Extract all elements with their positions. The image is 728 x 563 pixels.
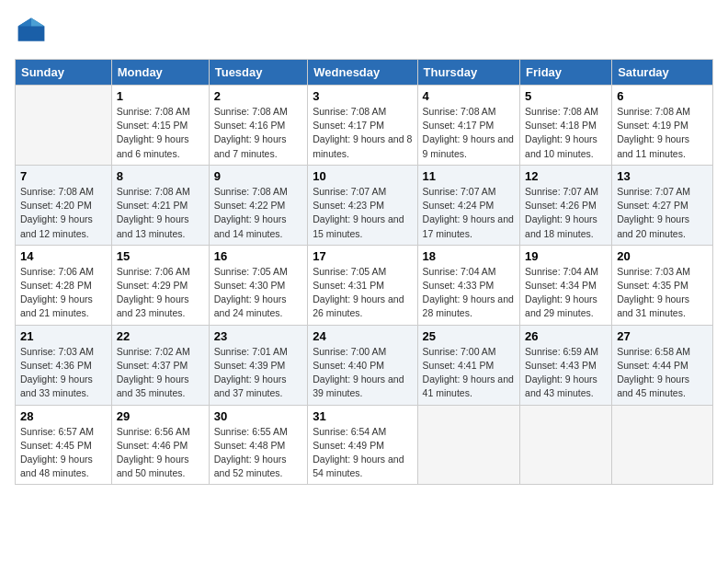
day-number: 8: [117, 169, 204, 183]
day-number: 3: [313, 89, 412, 103]
week-row-5: 28Sunrise: 6:57 AMSunset: 4:45 PMDayligh…: [16, 405, 713, 485]
calendar-cell: 4Sunrise: 7:08 AMSunset: 4:17 PMDaylight…: [417, 86, 519, 166]
cell-details: Sunrise: 7:05 AMSunset: 4:30 PMDaylight:…: [214, 265, 303, 321]
column-header-wednesday: Wednesday: [308, 60, 417, 86]
cell-details: Sunrise: 7:04 AMSunset: 4:33 PMDaylight:…: [423, 265, 515, 321]
cell-details: Sunrise: 6:55 AMSunset: 4:48 PMDaylight:…: [214, 425, 303, 481]
day-number: 6: [617, 89, 708, 103]
calendar-cell: 21Sunrise: 7:03 AMSunset: 4:36 PMDayligh…: [16, 325, 112, 405]
column-header-friday: Friday: [520, 60, 612, 86]
day-number: 29: [117, 409, 204, 423]
day-number: 14: [20, 249, 107, 263]
calendar-cell: 25Sunrise: 7:00 AMSunset: 4:41 PMDayligh…: [417, 325, 519, 405]
calendar-cell: 5Sunrise: 7:08 AMSunset: 4:18 PMDaylight…: [520, 86, 612, 166]
cell-details: Sunrise: 6:59 AMSunset: 4:43 PMDaylight:…: [525, 345, 607, 401]
day-number: 21: [20, 329, 107, 343]
calendar-cell: 2Sunrise: 7:08 AMSunset: 4:16 PMDaylight…: [209, 86, 308, 166]
day-number: 25: [423, 329, 515, 343]
day-number: 2: [214, 89, 303, 103]
cell-details: Sunrise: 7:08 AMSunset: 4:19 PMDaylight:…: [617, 105, 708, 161]
calendar-cell: 29Sunrise: 6:56 AMSunset: 4:46 PMDayligh…: [111, 405, 209, 485]
cell-details: Sunrise: 6:57 AMSunset: 4:45 PMDaylight:…: [20, 425, 107, 481]
cell-details: Sunrise: 7:07 AMSunset: 4:23 PMDaylight:…: [313, 185, 412, 241]
cell-details: Sunrise: 7:02 AMSunset: 4:37 PMDaylight:…: [117, 345, 204, 401]
calendar-cell: [417, 405, 519, 485]
cell-details: Sunrise: 7:07 AMSunset: 4:26 PMDaylight:…: [525, 185, 607, 241]
calendar-cell: 10Sunrise: 7:07 AMSunset: 4:23 PMDayligh…: [308, 165, 417, 245]
calendar-cell: 18Sunrise: 7:04 AMSunset: 4:33 PMDayligh…: [417, 245, 519, 325]
week-row-4: 21Sunrise: 7:03 AMSunset: 4:36 PMDayligh…: [16, 325, 713, 405]
cell-details: Sunrise: 7:08 AMSunset: 4:17 PMDaylight:…: [313, 105, 412, 161]
day-number: 22: [117, 329, 204, 343]
calendar-cell: 20Sunrise: 7:03 AMSunset: 4:35 PMDayligh…: [612, 245, 713, 325]
week-row-2: 7Sunrise: 7:08 AMSunset: 4:20 PMDaylight…: [16, 165, 713, 245]
calendar-cell: 19Sunrise: 7:04 AMSunset: 4:34 PMDayligh…: [520, 245, 612, 325]
cell-details: Sunrise: 6:58 AMSunset: 4:44 PMDaylight:…: [617, 345, 708, 401]
day-number: 10: [313, 169, 412, 183]
day-number: 28: [20, 409, 107, 423]
cell-details: Sunrise: 7:07 AMSunset: 4:24 PMDaylight:…: [423, 185, 515, 241]
calendar-cell: 3Sunrise: 7:08 AMSunset: 4:17 PMDaylight…: [308, 86, 417, 166]
svg-marker-1: [31, 18, 44, 27]
cell-details: Sunrise: 7:00 AMSunset: 4:41 PMDaylight:…: [423, 345, 515, 401]
cell-details: Sunrise: 7:08 AMSunset: 4:16 PMDaylight:…: [214, 105, 303, 161]
column-header-sunday: Sunday: [16, 60, 112, 86]
column-header-thursday: Thursday: [417, 60, 519, 86]
calendar-cell: [16, 86, 112, 166]
day-number: 15: [117, 249, 204, 263]
week-row-1: 1Sunrise: 7:08 AMSunset: 4:15 PMDaylight…: [16, 86, 713, 166]
day-number: 1: [117, 89, 204, 103]
calendar-cell: 13Sunrise: 7:07 AMSunset: 4:27 PMDayligh…: [612, 165, 713, 245]
day-number: 4: [423, 89, 515, 103]
calendar-cell: 16Sunrise: 7:05 AMSunset: 4:30 PMDayligh…: [209, 245, 308, 325]
calendar-cell: 11Sunrise: 7:07 AMSunset: 4:24 PMDayligh…: [417, 165, 519, 245]
calendar-cell: 8Sunrise: 7:08 AMSunset: 4:21 PMDaylight…: [111, 165, 209, 245]
calendar-cell: 31Sunrise: 6:54 AMSunset: 4:49 PMDayligh…: [308, 405, 417, 485]
day-number: 23: [214, 329, 303, 343]
page-header: [15, 15, 713, 48]
day-number: 13: [617, 169, 708, 183]
day-number: 12: [525, 169, 607, 183]
calendar-cell: 26Sunrise: 6:59 AMSunset: 4:43 PMDayligh…: [520, 325, 612, 405]
day-number: 30: [214, 409, 303, 423]
calendar-cell: [520, 405, 612, 485]
cell-details: Sunrise: 7:08 AMSunset: 4:21 PMDaylight:…: [117, 185, 204, 241]
calendar-cell: 9Sunrise: 7:08 AMSunset: 4:22 PMDaylight…: [209, 165, 308, 245]
logo-icon: [15, 15, 48, 48]
day-number: 20: [617, 249, 708, 263]
cell-details: Sunrise: 7:03 AMSunset: 4:35 PMDaylight:…: [617, 265, 708, 321]
column-header-saturday: Saturday: [612, 60, 713, 86]
calendar-cell: 6Sunrise: 7:08 AMSunset: 4:19 PMDaylight…: [612, 86, 713, 166]
day-number: 11: [423, 169, 515, 183]
calendar-cell: 14Sunrise: 7:06 AMSunset: 4:28 PMDayligh…: [16, 245, 112, 325]
cell-details: Sunrise: 7:08 AMSunset: 4:20 PMDaylight:…: [20, 185, 107, 241]
cell-details: Sunrise: 7:07 AMSunset: 4:27 PMDaylight:…: [617, 185, 708, 241]
day-number: 5: [525, 89, 607, 103]
calendar-cell: 15Sunrise: 7:06 AMSunset: 4:29 PMDayligh…: [111, 245, 209, 325]
cell-details: Sunrise: 7:00 AMSunset: 4:40 PMDaylight:…: [313, 345, 412, 401]
calendar-cell: 24Sunrise: 7:00 AMSunset: 4:40 PMDayligh…: [308, 325, 417, 405]
cell-details: Sunrise: 7:04 AMSunset: 4:34 PMDaylight:…: [525, 265, 607, 321]
cell-details: Sunrise: 7:08 AMSunset: 4:15 PMDaylight:…: [117, 105, 204, 161]
calendar-cell: 1Sunrise: 7:08 AMSunset: 4:15 PMDaylight…: [111, 86, 209, 166]
day-number: 17: [313, 249, 412, 263]
calendar-cell: 27Sunrise: 6:58 AMSunset: 4:44 PMDayligh…: [612, 325, 713, 405]
calendar-cell: 30Sunrise: 6:55 AMSunset: 4:48 PMDayligh…: [209, 405, 308, 485]
calendar-cell: 12Sunrise: 7:07 AMSunset: 4:26 PMDayligh…: [520, 165, 612, 245]
day-number: 24: [313, 329, 412, 343]
cell-details: Sunrise: 7:08 AMSunset: 4:17 PMDaylight:…: [423, 105, 515, 161]
cell-details: Sunrise: 7:01 AMSunset: 4:39 PMDaylight:…: [214, 345, 303, 401]
cell-details: Sunrise: 7:06 AMSunset: 4:29 PMDaylight:…: [117, 265, 204, 321]
cell-details: Sunrise: 7:03 AMSunset: 4:36 PMDaylight:…: [20, 345, 107, 401]
day-number: 26: [525, 329, 607, 343]
day-number: 19: [525, 249, 607, 263]
day-number: 27: [617, 329, 708, 343]
cell-details: Sunrise: 6:56 AMSunset: 4:46 PMDaylight:…: [117, 425, 204, 481]
day-number: 16: [214, 249, 303, 263]
calendar-cell: 28Sunrise: 6:57 AMSunset: 4:45 PMDayligh…: [16, 405, 112, 485]
cell-details: Sunrise: 6:54 AMSunset: 4:49 PMDaylight:…: [313, 425, 412, 481]
svg-marker-2: [18, 18, 31, 27]
day-number: 18: [423, 249, 515, 263]
column-header-monday: Monday: [111, 60, 209, 86]
cell-details: Sunrise: 7:08 AMSunset: 4:18 PMDaylight:…: [525, 105, 607, 161]
